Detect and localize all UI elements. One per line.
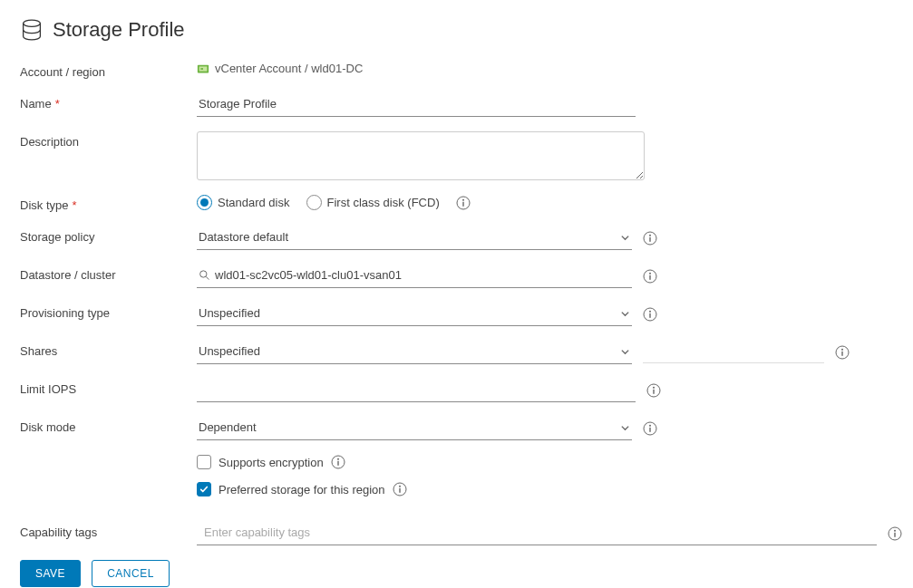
row-shares: Shares Unspecified <box>20 341 893 364</box>
label-capability-tags: Capability tags <box>20 522 197 539</box>
info-icon[interactable] <box>888 526 902 541</box>
account-region-text: vCenter Account / wld01-DC <box>215 62 363 75</box>
search-icon <box>199 269 210 281</box>
info-icon[interactable] <box>456 196 471 210</box>
required-indicator: * <box>72 198 76 212</box>
label-storage-policy: Storage policy <box>20 227 197 244</box>
radio-first-class-disk[interactable] <box>306 195 322 210</box>
info-icon[interactable] <box>643 269 657 284</box>
info-icon[interactable] <box>643 307 657 322</box>
radio-standard-disk-label: Standard disk <box>218 196 290 209</box>
label-datastore: Datastore / cluster <box>20 265 197 282</box>
row-disk-mode: Disk mode Dependent <box>20 417 893 440</box>
info-icon[interactable] <box>643 231 657 246</box>
svg-rect-8 <box>200 68 203 70</box>
account-region-value: vCenter Account / wld01-DC <box>197 62 363 75</box>
row-datastore: Datastore / cluster <box>20 265 893 288</box>
label-shares: Shares <box>20 341 197 358</box>
row-disk-type: Disk type* Standard disk First class dis… <box>20 195 893 212</box>
row-limit-iops: Limit IOPS <box>20 379 893 402</box>
name-input[interactable] <box>197 93 636 117</box>
radio-first-class-disk-label: First class disk (FCD) <box>327 196 440 209</box>
page-header: Storage Profile <box>20 18 893 42</box>
info-icon[interactable] <box>835 345 850 360</box>
supports-encryption-checkbox[interactable] <box>197 455 211 469</box>
row-checkboxes: Supports encryption Preferred storage fo… <box>20 455 893 509</box>
disk-mode-select[interactable]: Dependent <box>197 417 632 440</box>
required-indicator: * <box>55 97 60 111</box>
supports-encryption-label: Supports encryption <box>219 456 324 469</box>
vcenter-icon <box>197 63 209 75</box>
page-title: Storage Profile <box>53 18 185 42</box>
label-limit-iops: Limit IOPS <box>20 379 197 396</box>
capability-tags-input[interactable] <box>197 522 877 545</box>
row-name: Name* <box>20 93 893 117</box>
row-capability-tags: Capability tags <box>20 522 893 545</box>
description-input[interactable] <box>197 131 645 180</box>
shares-select[interactable]: Unspecified <box>197 341 632 364</box>
row-storage-policy: Storage policy Datastore default <box>20 227 893 250</box>
info-icon[interactable] <box>646 383 661 398</box>
row-provisioning-type: Provisioning type Unspecified <box>20 303 893 326</box>
button-row: Save Cancel <box>20 560 893 587</box>
storage-policy-select[interactable]: Datastore default <box>197 227 632 250</box>
info-icon[interactable] <box>331 455 345 469</box>
label-disk-type: Disk type* <box>20 195 197 212</box>
preferred-storage-checkbox[interactable] <box>197 482 211 496</box>
limit-iops-input[interactable] <box>197 379 636 402</box>
row-account-region: Account / region vCenter Account / wld01… <box>20 62 893 79</box>
label-provisioning-type: Provisioning type <box>20 303 197 320</box>
svg-point-5 <box>24 20 41 26</box>
provisioning-type-select[interactable]: Unspecified <box>197 303 632 326</box>
cancel-button[interactable]: Cancel <box>92 560 170 587</box>
info-icon[interactable] <box>643 421 657 436</box>
label-name: Name* <box>20 93 197 111</box>
shares-extra-input[interactable] <box>643 342 824 363</box>
label-account-region: Account / region <box>20 62 197 79</box>
radio-standard-disk[interactable] <box>197 195 212 210</box>
info-icon[interactable] <box>393 482 407 496</box>
save-button[interactable]: Save <box>20 560 81 587</box>
label-disk-mode: Disk mode <box>20 417 197 434</box>
preferred-storage-label: Preferred storage for this region <box>219 483 385 496</box>
storage-icon <box>20 18 44 42</box>
label-description: Description <box>20 131 197 149</box>
row-description: Description <box>20 131 893 180</box>
datastore-input[interactable] <box>197 265 632 288</box>
